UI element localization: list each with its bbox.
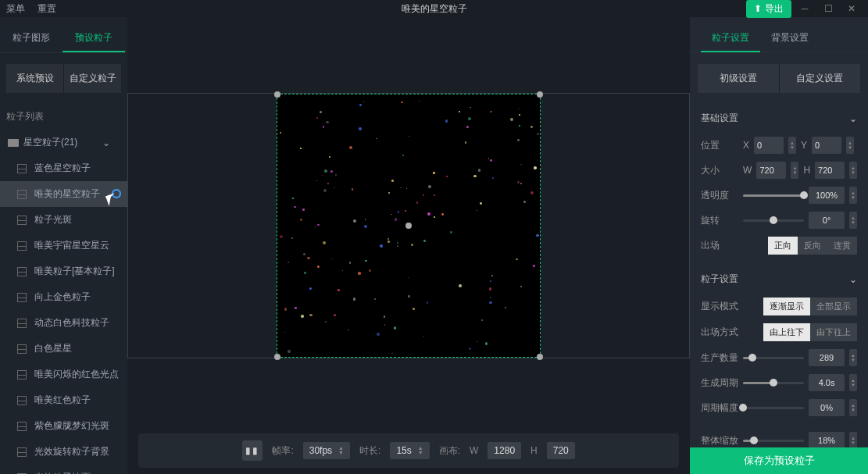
list-item[interactable]: 白色星星: [0, 336, 127, 362]
duration-field[interactable]: 15s ▲▼: [390, 442, 429, 459]
display-gradual[interactable]: 逐渐显示: [763, 298, 810, 315]
h-stepper[interactable]: ▲▼: [849, 162, 857, 179]
w-stepper[interactable]: ▲▼: [791, 162, 798, 179]
list-item[interactable]: 唯美红色粒子: [0, 387, 127, 413]
rotate-stepper[interactable]: ▲▼: [849, 212, 857, 229]
fps-select[interactable]: 30fps ▲▼: [303, 442, 350, 459]
list-item[interactable]: 粒子光斑: [0, 207, 127, 233]
particle-dot: [320, 111, 323, 114]
list-item[interactable]: 紫色朦胧梦幻光斑: [0, 413, 127, 439]
tab-background-settings[interactable]: 背景设置: [760, 25, 820, 52]
save-preset-button[interactable]: 保存为预设粒子: [690, 447, 868, 474]
list-item[interactable]: 动态白色科技粒子: [0, 310, 127, 336]
opacity-value[interactable]: 100%: [809, 187, 845, 204]
display-all[interactable]: 全部显示: [810, 298, 857, 315]
count-value[interactable]: 289: [809, 349, 845, 366]
size-h-input[interactable]: [815, 162, 845, 179]
export-button[interactable]: ⬆ 导出: [746, 0, 791, 18]
particle-dot: [477, 341, 477, 342]
opacity-slider[interactable]: [743, 194, 804, 197]
rotate-slider[interactable]: [743, 219, 804, 222]
particle-dot: [411, 244, 413, 246]
upload-icon: ⬆: [754, 3, 762, 14]
particle-dot: [446, 176, 448, 177]
appear-forward[interactable]: 正向: [768, 237, 798, 255]
list-item[interactable]: 唯美粒子[基本粒子]: [0, 258, 127, 284]
list-item[interactable]: 向上金色粒子: [0, 284, 127, 310]
particle-dot: [466, 126, 469, 128]
y-stepper[interactable]: ▲▼: [846, 137, 854, 154]
list-item[interactable]: 唯美闪烁的红色光点: [0, 362, 127, 387]
count-slider[interactable]: [743, 357, 804, 359]
close-button[interactable]: ✕: [841, 1, 862, 16]
count-stepper[interactable]: ▲▼: [849, 349, 857, 366]
left-panel: 粒子图形 预设粒子 系统预设 自定义粒子 粒子列表 星空粒子(21) ⌄ 蓝色星…: [0, 17, 127, 474]
particle-section-header[interactable]: 粒子设置 ⌄: [701, 265, 857, 294]
particle-stage[interactable]: [277, 94, 541, 358]
center-handle[interactable]: [405, 223, 412, 229]
direction-topdown[interactable]: 由上往下: [763, 323, 810, 341]
system-preset-button[interactable]: 系统预设: [6, 64, 64, 93]
tab-particle-shape[interactable]: 粒子图形: [0, 25, 63, 52]
chevron-down-icon[interactable]: ▼: [418, 451, 423, 455]
tab-particle-settings[interactable]: 粒子设置: [701, 25, 760, 52]
canvas-w-field[interactable]: 1280: [488, 442, 521, 459]
list-item[interactable]: 唯美宇宙星空星云: [0, 233, 127, 258]
minimize-button[interactable]: ─: [795, 1, 815, 16]
playback-bar: ▮▮ 帧率: 30fps ▲▼ 时长: 15s ▲▼ 画布: W 1280 H …: [138, 433, 679, 468]
cube-icon: [17, 190, 27, 199]
scale-value[interactable]: 18%: [809, 432, 845, 447]
resize-handle-bl[interactable]: [274, 354, 280, 360]
direction-bottomup[interactable]: 由下往上: [810, 323, 857, 341]
resize-handle-br[interactable]: [537, 354, 543, 360]
appear-continuous[interactable]: 连贯: [827, 237, 857, 255]
particle-dot: [465, 141, 467, 144]
chevron-down-icon[interactable]: ▼: [338, 451, 344, 455]
rotate-value[interactable]: 0°: [809, 212, 845, 229]
stage-outer-frame: [127, 93, 690, 358]
canvas-h-field[interactable]: 720: [547, 442, 575, 459]
scale-stepper[interactable]: ▲▼: [849, 432, 857, 447]
particle-dot: [490, 297, 491, 298]
particle-dot: [327, 183, 329, 184]
list-item[interactable]: 光效旋转粒子背景: [0, 439, 127, 465]
list-item[interactable]: 蓝色星空粒子: [0, 155, 127, 181]
canvas-h-label: H: [530, 445, 538, 456]
scale-slider[interactable]: [743, 440, 804, 442]
position-y-input[interactable]: [812, 137, 841, 154]
custom-particle-button[interactable]: 自定义粒子: [64, 64, 121, 93]
amplitude-stepper[interactable]: ▲▼: [849, 399, 857, 416]
subtab-basic[interactable]: 初级设置: [698, 64, 779, 93]
pause-button[interactable]: ▮▮: [242, 440, 263, 461]
cycle-slider[interactable]: [743, 382, 804, 384]
x-stepper[interactable]: ▲▼: [788, 137, 796, 154]
appear-reverse[interactable]: 反向: [798, 237, 827, 255]
particle-dot: [478, 169, 481, 172]
canvas-viewport[interactable]: [127, 17, 690, 433]
duration-label: 时长:: [359, 444, 380, 458]
cube-icon: [17, 396, 27, 405]
h-axis-label: H: [803, 165, 810, 176]
maximize-button[interactable]: ☐: [818, 1, 838, 16]
reset-button[interactable]: 重置: [38, 2, 56, 16]
size-w-input[interactable]: [756, 162, 786, 179]
list-item[interactable]: 光效粒子地面: [0, 465, 127, 474]
cycle-value[interactable]: 4.0s: [809, 374, 845, 391]
resize-handle-tr[interactable]: [537, 91, 543, 98]
particle-dot: [388, 241, 389, 242]
amplitude-slider[interactable]: [743, 407, 804, 409]
basic-section-header[interactable]: 基础设置 ⌄: [701, 104, 857, 133]
particle-dot: [510, 118, 513, 121]
display-mode-label: 显示模式: [701, 300, 738, 313]
cycle-stepper[interactable]: ▲▼: [849, 374, 857, 391]
folder-row[interactable]: 星空粒子(21) ⌄: [0, 130, 127, 155]
opacity-stepper[interactable]: ▲▼: [849, 187, 857, 204]
particle-dot: [280, 97, 280, 98]
menu-button[interactable]: 菜单: [6, 2, 25, 16]
amplitude-value[interactable]: 0%: [809, 399, 845, 416]
subtab-custom[interactable]: 自定义设置: [780, 64, 860, 93]
tab-preset-particle[interactable]: 预设粒子: [63, 25, 125, 52]
particle-dot: [419, 101, 420, 102]
particle-dot: [377, 333, 380, 336]
position-x-input[interactable]: [754, 137, 784, 154]
